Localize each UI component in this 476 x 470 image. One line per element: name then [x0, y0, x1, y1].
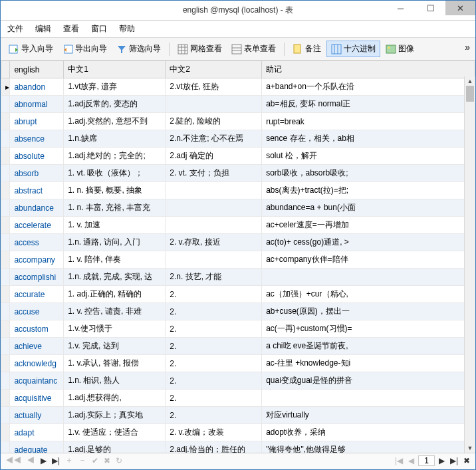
cell-chinese2[interactable]: 2.adj.恰当的；胜任的	[166, 441, 262, 453]
cell-chinese2[interactable]: 2.	[166, 338, 262, 355]
table-row[interactable]: abundance1. n. 丰富, 充裕, 丰富充abundance=a + …	[1, 199, 475, 217]
last-page-button[interactable]: ▶|	[449, 456, 459, 465]
maximize-button[interactable]: ☐	[416, 1, 445, 15]
cell-mnemonic[interactable]: ab+cuse(原因)，摆出一	[262, 303, 475, 320]
cell-chinese1[interactable]: 1.adj.绝对的；完全的;	[64, 148, 166, 165]
table-row[interactable]: accustom1.v.使习惯于2.ac(一再)+custom(习惯)=	[1, 320, 475, 338]
cell-chinese1[interactable]: 1. vt. 吸收（液体）；	[64, 165, 166, 182]
memo-button[interactable]: 备注	[289, 41, 325, 57]
table-row[interactable]: ▸abandon1.vt放弃, 遗弃2.vt放任, 狂热a+band+on一个乐…	[1, 78, 475, 96]
cell-mnemonic[interactable]: rupt=break	[262, 113, 475, 130]
menu-help[interactable]: 帮助	[119, 23, 135, 35]
cell-english[interactable]: absolute	[10, 148, 64, 165]
menu-view[interactable]: 查看	[63, 23, 79, 35]
export-wizard-button[interactable]: 导出向导	[59, 41, 111, 57]
cell-mnemonic[interactable]: 对应virtually	[262, 407, 475, 424]
table-row[interactable]: abnormal1.adj反常的, 变态的ab=相反, 变坏 normal正	[1, 96, 475, 113]
cell-chinese1[interactable]: 1. adj.正确的, 精确的	[64, 286, 166, 303]
hex-button[interactable]: 十六进制	[326, 41, 380, 57]
cell-english[interactable]: accompany	[10, 251, 64, 269]
cell-mnemonic[interactable]: ac(to)+ cess(go)通道, >	[262, 234, 475, 251]
cell-english[interactable]: absorb	[10, 165, 64, 182]
table-row[interactable]: accuse1. v. 控告, 谴责, 非难2.ab+cuse(原因)，摆出一	[1, 303, 475, 320]
filter-wizard-button[interactable]: 筛选向导	[112, 41, 165, 57]
cell-mnemonic[interactable]: quai变成guai是怪的拼音	[262, 372, 475, 390]
cell-chinese1[interactable]: 1.v.使习惯于	[64, 320, 166, 338]
col-english[interactable]: english	[10, 61, 64, 78]
cell-mnemonic[interactable]: sorb吸收，absorb吸收;	[262, 165, 475, 182]
cell-chinese2[interactable]	[166, 251, 262, 269]
table-row[interactable]: adequate1.adj.足够的2.adj.恰当的；胜任的"俺得夸他",他做得…	[1, 441, 475, 453]
menu-window[interactable]: 窗口	[91, 23, 107, 35]
cell-chinese2[interactable]: 2.	[166, 407, 262, 424]
cell-chinese2[interactable]	[166, 96, 262, 113]
cell-mnemonic[interactable]: abundance=a + bun(小面	[262, 199, 475, 217]
scroll-thumb[interactable]	[466, 86, 474, 102]
table-row[interactable]: acknowledg1. v.承认, 答谢, 报偿2.ac-往里 +knowle…	[1, 355, 475, 372]
table-row[interactable]: abrupt1.adj.突然的, 意想不到2.陡的, 险峻的rupt=break	[1, 113, 475, 130]
cell-chinese2[interactable]	[166, 199, 262, 217]
delete-record-button[interactable]: －	[77, 455, 88, 466]
minimize-button[interactable]: ─	[386, 1, 416, 15]
table-row[interactable]: absorb1. vt. 吸收（液体）；2. vt. 支付；负担sorb吸收，a…	[1, 165, 475, 182]
cell-english[interactable]: accelerate	[10, 217, 64, 234]
table-row[interactable]: abstract1. n. 摘要, 概要, 抽象abs(离去)+tract(拉)…	[1, 182, 475, 199]
cell-chinese2[interactable]: 2. v.改编；改装	[166, 424, 262, 441]
cell-chinese1[interactable]: 1. n. 丰富, 充裕, 丰富充	[64, 199, 166, 217]
cell-english[interactable]: abundance	[10, 199, 64, 217]
table-row[interactable]: absence1.n.缺席2.n.不注意; 心不在焉sence 存在，相关，ab…	[1, 130, 475, 148]
cell-mnemonic[interactable]: ac（加强）+cur（精心,	[262, 286, 475, 303]
cell-chinese1[interactable]: 1. v. 加速	[64, 217, 166, 234]
table-row[interactable]: acquisitive1.adj.想获得的,2.	[1, 390, 475, 407]
cell-chinese2[interactable]: 2.n. 技艺, 才能	[166, 269, 262, 286]
cell-chinese1[interactable]: 1.adj.实际上；真实地	[64, 407, 166, 424]
menu-edit[interactable]: 编辑	[35, 23, 51, 35]
cell-mnemonic[interactable]: a+band+on一个乐队在沿	[262, 78, 475, 96]
grid-view-button[interactable]: 网格查看	[174, 41, 226, 57]
next-page-button[interactable]: ▶	[437, 456, 446, 465]
scroll-down-icon[interactable]: ▼	[465, 443, 475, 453]
data-grid[interactable]: english 中文1 中文2 助记 ▸abandon1.vt放弃, 遗弃2.v…	[1, 60, 475, 453]
cell-english[interactable]: acquaintanc	[10, 372, 64, 390]
table-row[interactable]: accompany1. v. 陪伴, 伴奏ac+company伙伴=陪伴	[1, 251, 475, 269]
cell-mnemonic[interactable]: solut 松，解开	[262, 148, 475, 165]
cell-chinese2[interactable]	[166, 217, 262, 234]
refresh-button[interactable]: ↻	[114, 456, 124, 465]
table-row[interactable]: adapt1.v. 使适应；使适合2. v.改编；改装adopt收养，采纳	[1, 424, 475, 441]
table-row[interactable]: access1.n. 通路, 访问, 入门2. v.存取, 接近ac(to)+ …	[1, 234, 475, 251]
first-record-button[interactable]: ⯇⯇	[5, 456, 23, 465]
cell-chinese1[interactable]: 1.n. 相识, 熟人	[64, 372, 166, 390]
cell-english[interactable]: absence	[10, 130, 64, 148]
next-record-button[interactable]: ▶	[39, 456, 48, 465]
cell-english[interactable]: abrupt	[10, 113, 64, 130]
cell-english[interactable]: acquisitive	[10, 390, 64, 407]
cell-chinese1[interactable]: 1.v. 完成, 达到	[64, 338, 166, 355]
cell-chinese2[interactable]: 2.	[166, 303, 262, 320]
table-row[interactable]: accelerate1. v. 加速ac+celer速度=一再增加	[1, 217, 475, 234]
cell-chinese2[interactable]: 2.	[166, 390, 262, 407]
cell-chinese2[interactable]: 2.	[166, 286, 262, 303]
cell-mnemonic[interactable]: sence 存在，相关，ab相	[262, 130, 475, 148]
settings-icon[interactable]: ✖	[462, 456, 471, 465]
cell-mnemonic[interactable]	[262, 269, 475, 286]
scroll-up-icon[interactable]: ▲	[465, 76, 475, 86]
cancel-button[interactable]: ✖	[102, 456, 112, 465]
cell-chinese2[interactable]: 2. vt. 支付；负担	[166, 165, 262, 182]
cell-chinese1[interactable]: 1.vt放弃, 遗弃	[64, 78, 166, 96]
cell-chinese2[interactable]	[166, 182, 262, 199]
cell-mnemonic[interactable]: ac+company伙伴=陪伴	[262, 251, 475, 269]
cell-chinese1[interactable]: 1.adj.想获得的,	[64, 390, 166, 407]
cell-mnemonic[interactable]: "俺得夸他",他做得足够	[262, 441, 475, 453]
menu-file[interactable]: 文件	[7, 23, 23, 35]
image-button[interactable]: 图像	[382, 41, 418, 57]
cell-mnemonic[interactable]: ac(一再)+custom(习惯)=	[262, 320, 475, 338]
cell-english[interactable]: abnormal	[10, 96, 64, 113]
cell-english[interactable]: actually	[10, 407, 64, 424]
prev-page-button[interactable]: ◀	[407, 456, 416, 465]
close-button[interactable]: ✕	[445, 1, 475, 15]
cell-mnemonic[interactable]: ab=相反, 变坏 normal正	[262, 96, 475, 113]
cell-english[interactable]: abstract	[10, 182, 64, 199]
cell-chinese1[interactable]: 1. v. 控告, 谴责, 非难	[64, 303, 166, 320]
cell-chinese1[interactable]: 1.n. 成就, 完成, 实现, 达	[64, 269, 166, 286]
cell-english[interactable]: achieve	[10, 338, 64, 355]
